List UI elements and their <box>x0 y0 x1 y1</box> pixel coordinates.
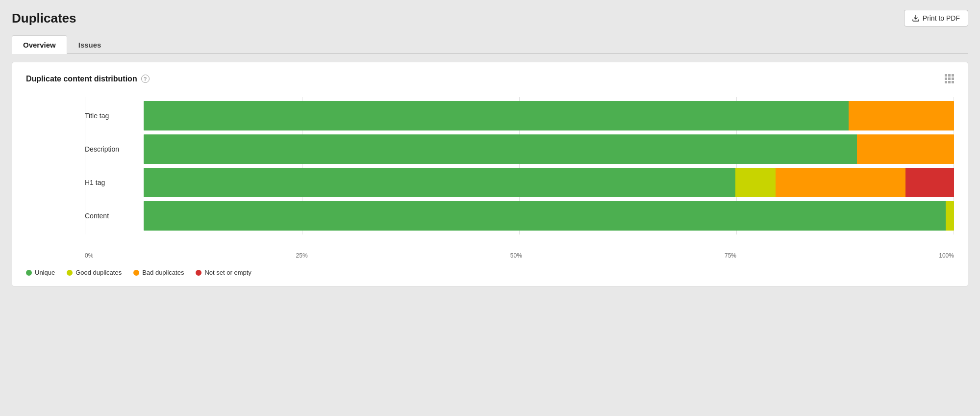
grid-view-icon[interactable] <box>945 74 954 83</box>
bar-spacer <box>85 231 954 234</box>
bar-spacer <box>85 197 954 201</box>
grid-cell <box>945 74 947 77</box>
bar-segment-bad-dup <box>776 168 905 197</box>
bar-segment-unique <box>144 101 849 130</box>
card-title-row: Duplicate content distribution ? <box>26 75 150 83</box>
grid-cell <box>952 78 954 80</box>
legend-item-not-set: Not set or empty <box>196 269 251 276</box>
chart-title: Duplicate content distribution <box>26 75 137 83</box>
bar-label-content: Content <box>85 212 144 220</box>
x-axis: 0% 25% 50% 75% 100% <box>26 252 954 259</box>
bar-track-title-tag <box>144 101 954 130</box>
bar-spacer <box>85 97 954 101</box>
chart-card: Duplicate content distribution ? <box>12 62 968 286</box>
legend-item-unique: Unique <box>26 269 55 276</box>
x-label-0: 0% <box>85 252 93 259</box>
grid-cell <box>948 78 951 80</box>
bar-spacer <box>85 130 954 134</box>
grid-cell <box>945 81 947 83</box>
bar-label-title-tag: Title tag <box>85 112 144 120</box>
bar-row-description: Description <box>85 134 954 164</box>
grid-icon-inner <box>945 74 954 83</box>
x-label-100: 100% <box>939 252 954 259</box>
bar-label-description: Description <box>85 145 144 153</box>
page-header: Duplicates Print to PDF <box>12 10 968 26</box>
legend-dot-good-dup <box>67 270 73 276</box>
download-icon <box>912 15 919 22</box>
bar-segment-good-dup <box>735 168 776 197</box>
bar-track-h1-tag <box>144 168 954 197</box>
bar-row-content: Content <box>85 201 954 231</box>
bar-segment-bad-dup <box>849 101 954 130</box>
chart-area: Title tag Description <box>26 97 954 276</box>
grid-cell <box>945 78 947 80</box>
bar-row-h1-tag: H1 tag <box>85 168 954 197</box>
bar-segment-not-set <box>905 168 954 197</box>
tab-overview[interactable]: Overview <box>12 35 67 54</box>
legend-item-bad-dup: Bad duplicates <box>133 269 184 276</box>
chart-grid: Title tag Description <box>26 97 954 249</box>
legend-dot-bad-dup <box>133 270 139 276</box>
chart-legend: Unique Good duplicates Bad duplicates No… <box>26 269 954 276</box>
legend-dot-not-set <box>196 270 201 276</box>
tab-issues[interactable]: Issues <box>67 35 113 54</box>
bar-row-title-tag: Title tag <box>85 101 954 130</box>
x-label-25: 25% <box>296 252 308 259</box>
card-header: Duplicate content distribution ? <box>26 74 954 83</box>
bar-segment-unique <box>144 168 735 197</box>
legend-item-good-dup: Good duplicates <box>67 269 122 276</box>
grid-cell <box>948 74 951 77</box>
bars-container: Title tag Description <box>85 97 954 234</box>
legend-dot-unique <box>26 270 32 276</box>
bar-segment-bad-dup <box>857 134 954 164</box>
bar-spacer <box>85 164 954 168</box>
grid-cell <box>948 81 951 83</box>
bar-track-content <box>144 201 954 231</box>
bar-segment-unique <box>144 201 946 231</box>
bar-label-h1-tag: H1 tag <box>85 179 144 186</box>
print-to-pdf-button[interactable]: Print to PDF <box>904 10 968 26</box>
bar-track-description <box>144 134 954 164</box>
bar-segment-unique <box>144 134 857 164</box>
grid-cell <box>952 81 954 83</box>
help-icon[interactable]: ? <box>141 75 150 83</box>
tabs-bar: Overview Issues <box>12 34 968 54</box>
x-label-75: 75% <box>725 252 736 259</box>
grid-cell <box>952 74 954 77</box>
x-label-50: 50% <box>510 252 522 259</box>
page-title: Duplicates <box>12 11 76 26</box>
bar-segment-good-dup <box>946 201 954 231</box>
